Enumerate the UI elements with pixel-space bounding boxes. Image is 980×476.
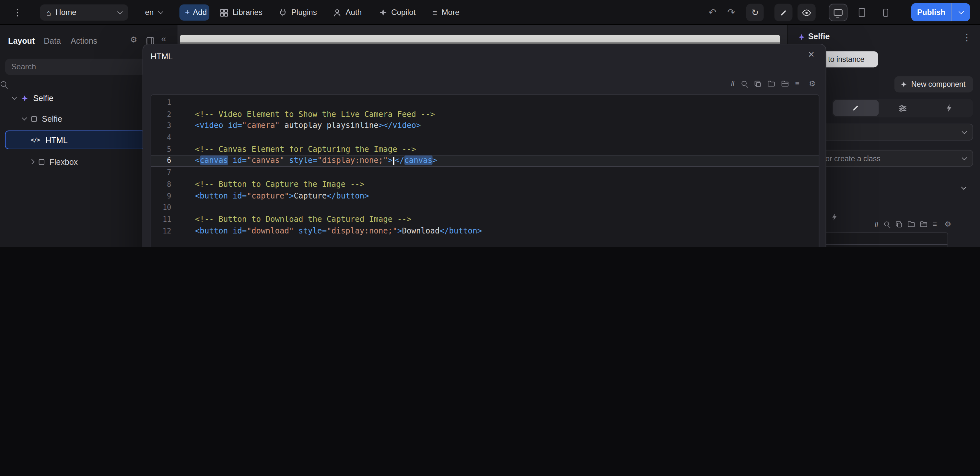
settings-gear-icon[interactable]: ⚙ (130, 35, 137, 44)
gear-icon[interactable]: ⚙ (809, 79, 816, 88)
chevron-down-icon[interactable] (22, 115, 27, 121)
list-icon[interactable]: ≡ (933, 220, 937, 228)
mobile-icon (883, 8, 888, 16)
tree-item-label: Selfie (42, 114, 62, 123)
redo-button[interactable]: ↷ (722, 4, 740, 21)
code-line[interactable]: 12<button id="download" style="display:n… (151, 225, 819, 237)
line-number: 9 (151, 190, 172, 202)
device-desktop-button[interactable] (829, 4, 848, 21)
more-button[interactable]: ≡ More (433, 4, 460, 21)
code-line[interactable]: 4 (151, 132, 819, 143)
code-line[interactable]: 10 (151, 202, 819, 213)
edit-mode-button[interactable] (774, 4, 792, 21)
language-dropdown[interactable]: en (140, 4, 167, 21)
publish-label: Publish (917, 8, 945, 16)
libraries-button[interactable]: Libraries (220, 4, 262, 21)
comment-icon[interactable]: // (875, 221, 878, 228)
copilot-label: Copilot (391, 8, 415, 17)
code-line[interactable]: 5<!-- Canvas Element for Capturing the I… (151, 143, 819, 155)
folder-open-icon[interactable] (781, 81, 789, 87)
line-number: 5 (151, 143, 172, 155)
code-toolbar: // ≡ ⚙ (875, 220, 951, 228)
topbar: ⋮ ⌂ Home en + Add Libraries Plugins Aut (0, 0, 980, 25)
code-line[interactable] (805, 233, 948, 244)
libraries-label: Libraries (232, 8, 262, 17)
container-icon (31, 116, 37, 121)
tab-settings[interactable] (880, 100, 925, 116)
folder-open-icon[interactable] (920, 221, 928, 227)
code-line[interactable]: 9<button id="capture">Capture</button> (151, 190, 819, 202)
new-component-label: New component (911, 80, 966, 89)
tree-item-flexbox[interactable]: Flexbox (5, 153, 145, 170)
copy-icon[interactable] (896, 221, 902, 228)
plus-icon: + (185, 8, 190, 17)
tab-styles[interactable] (833, 100, 878, 116)
kebab-menu-icon[interactable]: ⋮ (963, 32, 971, 43)
folder-icon[interactable] (908, 221, 915, 227)
tree-item-label: Selfie (33, 93, 54, 103)
refresh-icon: ↻ (751, 8, 759, 17)
line-number: 4 (151, 132, 172, 143)
page-top-strip (180, 35, 780, 43)
page-selector-dropdown[interactable]: ⌂ Home (40, 4, 128, 21)
undo-icon: ↶ (708, 7, 716, 18)
copy-icon[interactable] (754, 80, 761, 87)
html-code-editor[interactable]: 12<!-- Video Element to Show the Live Ca… (151, 94, 819, 247)
menu-lines-icon: ≡ (433, 8, 438, 17)
lightning-icon (946, 104, 952, 112)
code-line[interactable] (805, 244, 948, 247)
undo-button[interactable]: ↶ (704, 4, 721, 21)
pencil-icon (852, 104, 859, 112)
tree-item-section-selfie[interactable]: Selfie (5, 110, 145, 127)
tab-interactions[interactable] (926, 100, 972, 116)
tree-item-html-selected[interactable]: </> HTML (5, 130, 145, 149)
new-component-button[interactable]: New component (894, 76, 973, 92)
tab-layout[interactable]: Layout (8, 36, 35, 46)
code-line[interactable]: 6<canvas id="canvas" style="display:none… (151, 155, 819, 167)
main-menu-button[interactable]: ⋮ (9, 4, 26, 21)
preview-button[interactable] (797, 4, 816, 21)
home-icon: ⌂ (46, 8, 51, 17)
section-chevron-icon[interactable] (961, 184, 966, 190)
container-icon (39, 159, 45, 165)
chevron-right-icon[interactable] (29, 159, 34, 164)
search-icon[interactable] (884, 221, 890, 228)
code-toolbar: // ≡ ⚙ (731, 79, 816, 88)
collapse-sidebar-icon[interactable]: « (161, 34, 166, 44)
code-line[interactable]: 3<video id="camera" autoplay playsinline… (151, 120, 819, 132)
comment-icon[interactable]: // (731, 80, 735, 87)
plugins-button[interactable]: Plugins (279, 4, 317, 21)
device-tablet-button[interactable] (853, 4, 872, 21)
code-line[interactable]: 11<!-- Button to Download the Captured I… (151, 213, 819, 225)
sliders-icon (898, 104, 907, 112)
plugins-label: Plugins (291, 8, 317, 17)
tab-actions[interactable]: Actions (71, 36, 97, 46)
bind-lightning-icon[interactable] (832, 214, 837, 221)
line-number: 12 (151, 225, 172, 237)
code-line[interactable]: 2<!-- Video Element to Show the Live Cam… (151, 108, 819, 120)
search-input[interactable] (5, 59, 145, 75)
close-icon[interactable]: × (808, 49, 815, 60)
list-icon[interactable]: ≡ (795, 79, 800, 88)
code-line[interactable]: 1 (151, 97, 819, 108)
language-label: en (145, 8, 154, 17)
tree-item-component-selfie[interactable]: Selfie (5, 89, 145, 107)
add-button[interactable]: + Add (179, 4, 209, 21)
publish-options-button[interactable] (951, 3, 970, 21)
add-label: Add (193, 8, 207, 17)
folder-icon[interactable] (768, 81, 775, 87)
tab-data[interactable]: Data (44, 36, 61, 46)
gear-icon[interactable]: ⚙ (945, 220, 951, 228)
code-line[interactable]: 7 (151, 167, 819, 178)
copilot-button[interactable]: Copilot (380, 4, 416, 21)
html-editor-modal: HTML × // ≡ ⚙ 12<!-- Video Element to Sh… (143, 44, 826, 247)
libraries-icon (220, 8, 228, 16)
search-icon[interactable] (741, 80, 748, 87)
refresh-button[interactable]: ↻ (746, 4, 764, 21)
publish-button[interactable]: Publish (911, 3, 951, 21)
chevron-down-icon[interactable] (12, 95, 17, 100)
code-line[interactable]: 8<!-- Button to Capture the Image --> (151, 178, 819, 190)
line-number: 1 (151, 97, 172, 108)
auth-button[interactable]: Auth (333, 4, 362, 21)
device-mobile-button[interactable] (876, 4, 895, 21)
